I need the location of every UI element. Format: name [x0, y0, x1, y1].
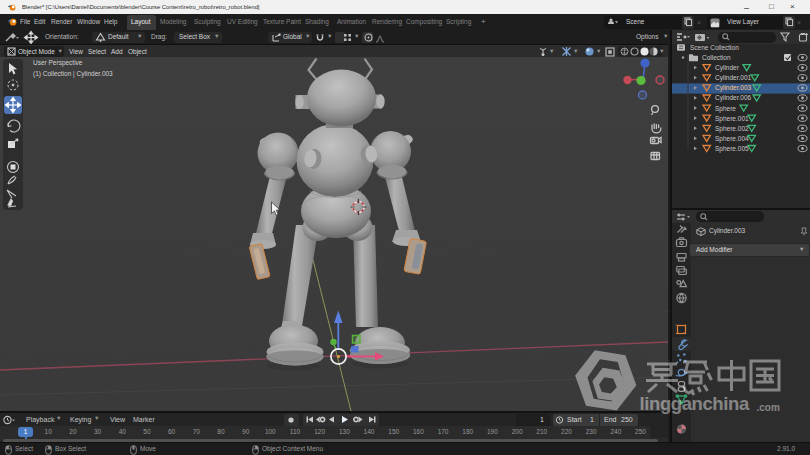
svg-text:Cylinder.006: Cylinder.006: [715, 94, 752, 102]
svg-text:Sphere: Sphere: [715, 105, 736, 113]
svg-text:Scene Collection: Scene Collection: [690, 44, 739, 51]
svg-text:Sphere.004: Sphere.004: [715, 135, 749, 143]
svg-text:Sphere.001: Sphere.001: [715, 115, 749, 123]
svg-text:Cylinder.003: Cylinder.003: [715, 84, 752, 92]
svg-text:Sphere.005: Sphere.005: [715, 145, 749, 153]
svg-text:Sphere.002: Sphere.002: [715, 125, 749, 133]
svg-text:Collection: Collection: [702, 54, 731, 61]
svg-text:Cylinder.001: Cylinder.001: [715, 74, 752, 82]
svg-text:Cylinder: Cylinder: [715, 64, 740, 72]
svg-text:.com: .com: [757, 402, 780, 413]
svg-text:lingganchina: lingganchina: [640, 393, 750, 414]
